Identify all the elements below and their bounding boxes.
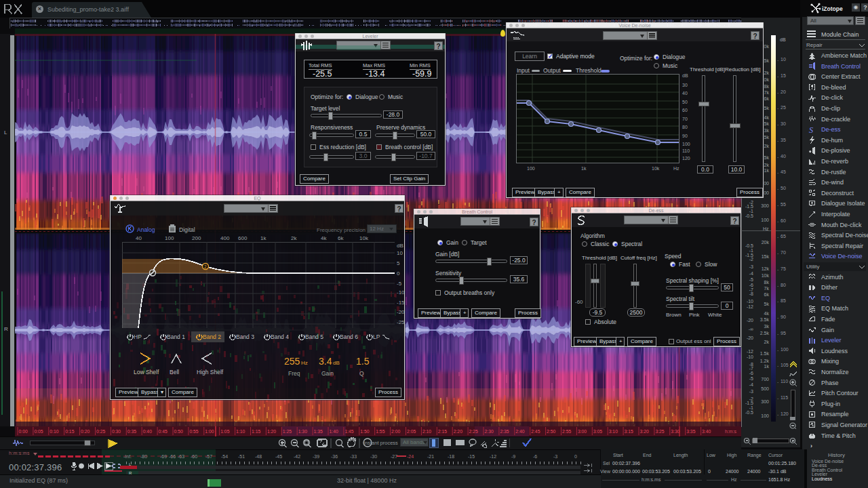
svg-text:0:30: 0:30 xyxy=(112,429,121,434)
svg-text:2:50: 2:50 xyxy=(547,429,555,434)
svg-text:2:10: 2:10 xyxy=(422,429,431,434)
svg-text:1:45: 1:45 xyxy=(344,429,353,434)
svg-text:3:05: 3:05 xyxy=(593,429,602,434)
svg-text:2:25: 2:25 xyxy=(469,429,478,434)
svg-text:iZotope: iZotope xyxy=(822,5,843,12)
svg-text:3:25: 3:25 xyxy=(655,429,664,434)
svg-text:2:35: 2:35 xyxy=(500,429,509,434)
svg-text:1:55: 1:55 xyxy=(376,429,384,434)
svg-text:2:45: 2:45 xyxy=(531,429,540,434)
svg-text:3:15: 3:15 xyxy=(625,429,633,434)
svg-text:2:20: 2:20 xyxy=(454,429,462,434)
svg-text:0:40: 0:40 xyxy=(143,429,152,434)
svg-text:1:00: 1:00 xyxy=(205,429,214,434)
svg-text:1:50: 1:50 xyxy=(360,429,369,434)
svg-text:0:00: 0:00 xyxy=(19,429,28,434)
svg-text:3:20: 3:20 xyxy=(640,429,649,434)
svg-text:0:55: 0:55 xyxy=(189,429,198,434)
svg-text:0:25: 0:25 xyxy=(96,429,105,434)
svg-text:1:15: 1:15 xyxy=(252,429,260,434)
svg-text:0:05: 0:05 xyxy=(34,429,43,434)
svg-text:2: 2 xyxy=(204,264,207,269)
svg-text:2:15: 2:15 xyxy=(438,429,447,434)
svg-text:3:10: 3:10 xyxy=(609,429,618,434)
svg-text:0:45: 0:45 xyxy=(159,429,167,434)
svg-text:3:40: 3:40 xyxy=(702,429,711,434)
svg-text:S: S xyxy=(809,126,813,134)
svg-text:2:05: 2:05 xyxy=(407,429,416,434)
svg-text:0:10: 0:10 xyxy=(50,429,58,434)
svg-text:1:05: 1:05 xyxy=(220,429,229,434)
svg-text:0:50: 0:50 xyxy=(174,429,183,434)
svg-text:3:00: 3:00 xyxy=(578,429,587,434)
svg-text:2:00: 2:00 xyxy=(391,429,400,434)
svg-text:1:35: 1:35 xyxy=(314,429,323,434)
svg-text:1:20: 1:20 xyxy=(267,429,276,434)
svg-text:1:30: 1:30 xyxy=(298,429,307,434)
svg-text:0:20: 0:20 xyxy=(81,429,90,434)
svg-text:2:55: 2:55 xyxy=(562,429,571,434)
svg-text:1:10: 1:10 xyxy=(236,429,245,434)
svg-text:3:35: 3:35 xyxy=(686,429,695,434)
svg-text:1:40: 1:40 xyxy=(330,429,338,434)
svg-text:2:40: 2:40 xyxy=(515,429,524,434)
svg-text:2:30: 2:30 xyxy=(485,429,494,434)
svg-text:0:15: 0:15 xyxy=(65,429,74,434)
svg-text:0:35: 0:35 xyxy=(127,429,136,434)
svg-text:1:25: 1:25 xyxy=(283,429,292,434)
